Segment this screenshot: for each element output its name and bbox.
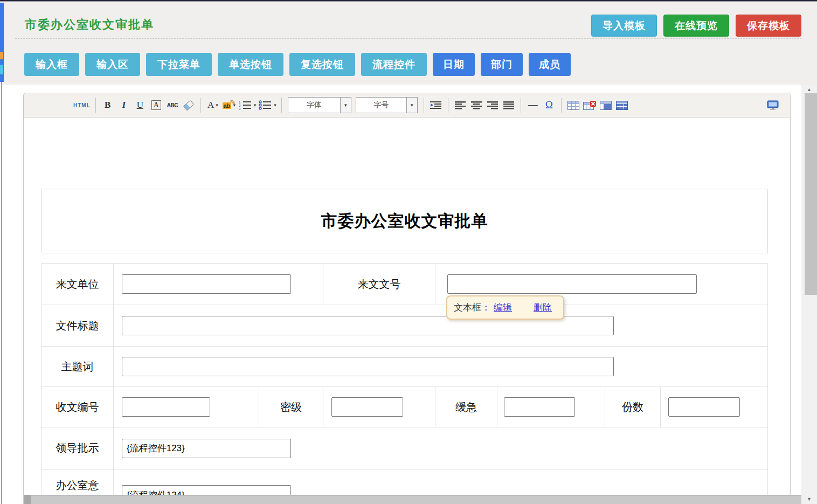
toolbar-separator bbox=[95, 98, 96, 113]
align-center-button[interactable] bbox=[469, 97, 483, 113]
copies-label: 份数 bbox=[605, 387, 660, 427]
editor-toolbar: HTML B I U A ABC A▾ ab ✎ ▾ 1 2 3 bbox=[24, 93, 790, 118]
leader-comment-label: 领导批示 bbox=[41, 427, 113, 469]
field-edit-tooltip: 文本框： 编辑 删除 bbox=[446, 295, 564, 320]
align-left-icon bbox=[454, 101, 466, 110]
widget-radio-button[interactable]: 单选按钮 bbox=[218, 53, 283, 76]
widget-dropdown-button[interactable]: 下拉菜单 bbox=[146, 53, 212, 76]
page-header: 市委办公室收文审批单 导入模板 在线预览 保存模板 输入框 输入区 下拉菜单 单… bbox=[0, 2, 817, 85]
merge-cell-button[interactable] bbox=[599, 97, 613, 113]
chevron-down-icon: ▾ bbox=[254, 102, 257, 108]
insert-table-button[interactable] bbox=[566, 97, 580, 113]
form-title-box: 市委办公室收文审批单 bbox=[41, 189, 768, 253]
highlight-color-button[interactable]: ab ✎ ▾ bbox=[222, 97, 236, 113]
toolbar-separator bbox=[561, 98, 562, 113]
horizontal-rule-button[interactable]: — bbox=[526, 97, 540, 113]
urgency-input[interactable] bbox=[504, 397, 575, 417]
align-justify-icon bbox=[503, 101, 515, 110]
table-row: 收文编号 密级 缓急 份数 bbox=[41, 386, 767, 427]
vertical-scrollbar[interactable]: ▲ ▼ bbox=[801, 85, 817, 504]
widget-flow-control-button[interactable]: 流程控件 bbox=[361, 53, 427, 76]
receipt-no-label: 收文编号 bbox=[41, 387, 113, 427]
source-unit-input[interactable] bbox=[122, 274, 291, 294]
underline-button[interactable]: U bbox=[133, 97, 147, 113]
subject-cell bbox=[113, 347, 767, 386]
header-actions: 导入模板 在线预览 保存模板 bbox=[591, 15, 801, 37]
subject-input[interactable] bbox=[122, 357, 614, 376]
scroll-down-button[interactable]: ▼ bbox=[801, 495, 817, 503]
table-row: 来文单位 来文文号 bbox=[41, 264, 767, 305]
italic-button[interactable]: I bbox=[117, 97, 131, 113]
table-delete-icon bbox=[583, 101, 596, 110]
toolbar-separator bbox=[521, 98, 521, 113]
window-top-edge bbox=[0, 0, 817, 2]
delete-table-button[interactable] bbox=[583, 97, 597, 113]
doc-number-input[interactable] bbox=[447, 274, 697, 294]
widget-input-box-button[interactable]: 输入框 bbox=[24, 53, 79, 76]
eraser-icon bbox=[183, 100, 194, 111]
font-size-select[interactable]: 字号 ▾ bbox=[356, 97, 418, 113]
boxed-a-icon: A bbox=[151, 100, 161, 110]
ordered-list-button[interactable]: 1 2 3 ▾ bbox=[238, 97, 257, 113]
window-left-edge bbox=[1, 82, 2, 504]
urgency-cell bbox=[497, 387, 605, 427]
scroll-up-button[interactable]: ▲ bbox=[801, 86, 817, 93]
receipt-no-input[interactable] bbox=[122, 397, 210, 417]
edit-field-link[interactable]: 编辑 bbox=[494, 301, 512, 314]
highlight-icon: ab ✎ bbox=[223, 100, 232, 110]
window-bottom-edge bbox=[24, 495, 801, 504]
copies-cell bbox=[660, 387, 767, 427]
save-template-button[interactable]: 保存模板 bbox=[736, 15, 801, 37]
widget-textarea-button[interactable]: 输入区 bbox=[85, 53, 140, 76]
unordered-list-icon bbox=[258, 100, 272, 110]
align-justify-button[interactable] bbox=[502, 97, 516, 113]
chevron-down-icon: ▾ bbox=[216, 102, 218, 108]
secrecy-cell bbox=[323, 387, 435, 427]
delete-field-link[interactable]: 删除 bbox=[534, 301, 552, 314]
scrollbar-thumb[interactable] bbox=[805, 93, 817, 295]
subject-label: 主题词 bbox=[41, 347, 113, 386]
toolbar-separator bbox=[448, 98, 448, 113]
source-unit-label: 来文单位 bbox=[41, 264, 113, 305]
urgency-label: 缓急 bbox=[435, 387, 497, 427]
source-unit-cell bbox=[113, 264, 323, 305]
font-color-button[interactable]: A▾ bbox=[206, 97, 220, 113]
widget-date-button[interactable]: 日期 bbox=[433, 53, 475, 76]
copies-input[interactable] bbox=[668, 397, 740, 417]
tooltip-label: 文本框： bbox=[454, 301, 490, 314]
fullscreen-button[interactable] bbox=[766, 97, 780, 113]
receipt-no-cell bbox=[113, 387, 259, 427]
widget-button-row: 输入框 输入区 下拉菜单 单选按钮 复选按钮 流程控件 日期 部门 成员 bbox=[24, 53, 571, 76]
html-source-button[interactable]: HTML bbox=[73, 97, 91, 113]
remove-format-button[interactable] bbox=[182, 97, 196, 113]
secrecy-label: 密级 bbox=[259, 387, 323, 427]
page-title: 市委办公室收文审批单 bbox=[25, 17, 154, 33]
secrecy-input[interactable] bbox=[331, 397, 403, 417]
online-preview-button[interactable]: 在线预览 bbox=[663, 15, 729, 37]
font-family-select[interactable]: 字体 ▾ bbox=[288, 97, 351, 113]
chevron-down-icon: ▾ bbox=[406, 98, 417, 113]
widget-checkbox-button[interactable]: 复选按钮 bbox=[289, 53, 355, 76]
widget-department-button[interactable]: 部门 bbox=[481, 53, 523, 76]
leader-comment-cell bbox=[113, 427, 767, 469]
chevron-down-icon: ▾ bbox=[274, 102, 276, 108]
table-properties-icon bbox=[616, 101, 628, 110]
strikethrough-button[interactable]: ABC bbox=[165, 97, 179, 113]
text-style-button[interactable]: A bbox=[149, 97, 163, 113]
widget-member-button[interactable]: 成员 bbox=[529, 53, 571, 76]
unordered-list-button[interactable]: ▾ bbox=[258, 97, 276, 113]
doc-title-cell bbox=[113, 305, 767, 346]
leader-comment-input[interactable] bbox=[122, 439, 291, 458]
special-char-button[interactable]: Ω bbox=[542, 97, 556, 113]
table-row: 文件标题 bbox=[41, 305, 767, 346]
align-left-button[interactable] bbox=[453, 97, 467, 113]
indent-button[interactable] bbox=[429, 97, 443, 113]
table-properties-button[interactable] bbox=[615, 97, 629, 113]
bold-button[interactable]: B bbox=[101, 97, 115, 113]
chevron-down-icon: ▾ bbox=[340, 98, 351, 113]
import-template-button[interactable]: 导入模板 bbox=[591, 15, 657, 37]
align-right-button[interactable] bbox=[486, 97, 500, 113]
toolbar-separator bbox=[281, 98, 282, 113]
ordered-list-icon: 1 2 3 bbox=[238, 100, 252, 110]
align-center-icon bbox=[470, 101, 482, 110]
